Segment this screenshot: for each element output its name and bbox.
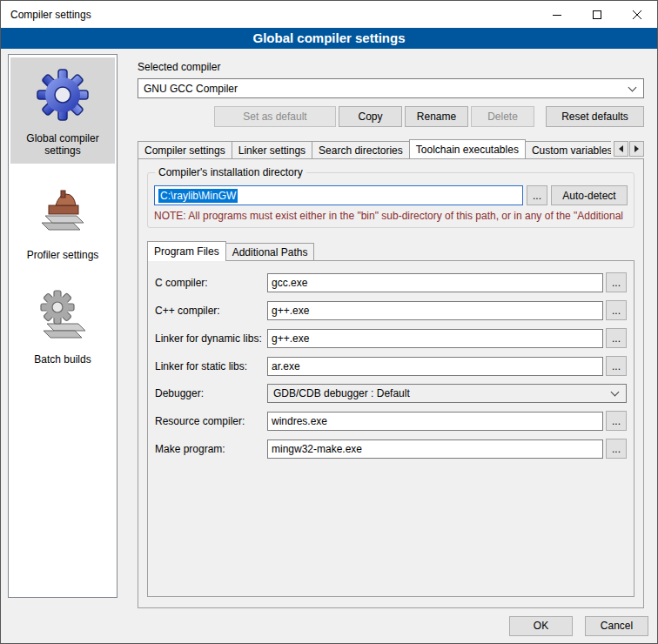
compiler-settings-window: Compiler settings Global compiler settin… <box>0 0 658 644</box>
cpp-compiler-value: g++.exe <box>272 305 309 317</box>
tab-compiler-settings[interactable]: Compiler settings <box>138 141 232 158</box>
close-button[interactable] <box>617 1 657 28</box>
installation-directory-row: C:\raylib\MinGW ... Auto-detect <box>154 185 628 205</box>
program-files-panel: C compiler: gcc.exe ... C++ compiler: g+… <box>147 260 634 597</box>
selected-compiler-label: Selected compiler <box>138 61 644 73</box>
copy-button[interactable]: Copy <box>339 106 402 127</box>
debugger-row: Debugger: GDB/CDB debugger : Default <box>155 384 627 403</box>
rename-button[interactable]: Rename <box>405 106 468 127</box>
maximize-button[interactable] <box>577 1 617 28</box>
toolchain-executables-panel: Compiler's installation directory C:\ray… <box>138 158 644 608</box>
resource-compiler-value: windres.exe <box>272 415 327 427</box>
blue-gear-icon <box>35 66 91 122</box>
program-subtabbar: Program Files Additional Paths <box>147 241 634 260</box>
dynamic-linker-browse-button[interactable]: ... <box>606 328 627 348</box>
make-program-input[interactable]: mingw32-make.exe <box>267 439 603 459</box>
static-linker-label: Linker for static libs: <box>155 360 267 372</box>
static-linker-input[interactable]: ar.exe <box>267 357 603 376</box>
subtab-additional-paths[interactable]: Additional Paths <box>225 243 315 260</box>
sidebar-item-label: Profiler settings <box>27 249 99 261</box>
cpp-compiler-browse-button[interactable]: ... <box>606 300 627 320</box>
make-program-label: Make program: <box>155 443 267 455</box>
tab-linker-settings[interactable]: Linker settings <box>232 141 312 158</box>
debugger-select[interactable]: GDB/CDB debugger : Default <box>267 384 627 403</box>
make-program-row: Make program: mingw32-make.exe ... <box>155 439 627 459</box>
make-program-browse-button[interactable]: ... <box>606 439 627 459</box>
static-linker-browse-button[interactable]: ... <box>606 356 627 376</box>
sidebar-item-profiler-settings[interactable]: Profiler settings <box>10 174 115 268</box>
resource-compiler-browse-button[interactable]: ... <box>606 411 627 431</box>
tab-toolchain-executables[interactable]: Toolchain executables <box>409 139 526 158</box>
main-panel: Selected compiler GNU GCC Compiler Set a… <box>127 54 650 608</box>
autodetect-button[interactable]: Auto-detect <box>551 185 628 205</box>
settings-tabbar: Compiler settings Linker settings Search… <box>138 138 644 158</box>
resource-compiler-row: Resource compiler: windres.exe ... <box>155 411 627 431</box>
selected-compiler-dropdown[interactable]: GNU GCC Compiler <box>138 78 644 98</box>
installation-directory-group: Compiler's installation directory C:\ray… <box>147 172 634 228</box>
tab-scroll-right-button[interactable] <box>629 141 644 157</box>
sidebar-item-global-compiler-settings[interactable]: Global compiler settings <box>10 57 115 164</box>
tabs-strip: Compiler settings Linker settings Search… <box>138 139 611 158</box>
note-text: NOTE: All programs must exist either in … <box>154 210 628 222</box>
resource-compiler-label: Resource compiler: <box>155 415 267 427</box>
dialog-body: Global compiler settings <box>1 49 657 608</box>
resource-compiler-input[interactable]: windres.exe <box>267 412 603 431</box>
make-program-value: mingw32-make.exe <box>272 443 362 455</box>
static-linker-row: Linker for static libs: ar.exe ... <box>155 356 627 376</box>
tab-custom-variables[interactable]: Custom variables <box>525 141 611 158</box>
dynamic-linker-input[interactable]: g++.exe <box>267 329 603 348</box>
chevron-down-icon <box>611 388 620 397</box>
tab-scroll-buttons <box>614 141 644 157</box>
c-compiler-row: C compiler: gcc.exe ... <box>155 272 627 292</box>
dialog-footer: OK Cancel <box>1 608 657 643</box>
tab-scroll-left-button[interactable] <box>614 141 628 157</box>
profiler-plane-icon <box>35 183 91 238</box>
debugger-value: GDB/CDB debugger : Default <box>273 387 607 399</box>
c-compiler-label: C compiler: <box>155 277 267 289</box>
install-dir-input[interactable]: C:\raylib\MinGW <box>154 185 523 205</box>
cpp-compiler-row: C++ compiler: g++.exe ... <box>155 300 627 320</box>
subtab-program-files[interactable]: Program Files <box>147 241 226 261</box>
sidebar-item-label: Batch builds <box>34 353 91 366</box>
cancel-button[interactable]: Cancel <box>585 616 648 636</box>
window-title: Compiler settings <box>1 9 91 21</box>
install-dir-browse-button[interactable]: ... <box>527 185 547 205</box>
ok-button[interactable]: OK <box>509 616 573 636</box>
install-dir-selected-text: C:\raylib\MinGW <box>158 189 238 203</box>
c-compiler-input[interactable]: gcc.exe <box>267 273 603 292</box>
set-as-default-button: Set as default <box>214 106 336 127</box>
delete-button: Delete <box>471 106 534 127</box>
dynamic-linker-value: g++.exe <box>272 332 309 345</box>
minimize-button[interactable] <box>537 1 577 28</box>
tab-search-directories[interactable]: Search directories <box>312 141 410 158</box>
settings-sidebar: Global compiler settings <box>8 54 118 598</box>
titlebar: Compiler settings <box>1 1 657 28</box>
compiler-buttons-row: Set as default Copy Rename Delete Reset … <box>138 106 644 127</box>
reset-defaults-button[interactable]: Reset defaults <box>546 106 644 127</box>
maximize-icon <box>593 10 601 19</box>
dialog-header: Global compiler settings <box>1 28 657 49</box>
cpp-compiler-label: C++ compiler: <box>155 305 267 317</box>
cpp-compiler-input[interactable]: g++.exe <box>267 301 603 320</box>
chevron-down-icon <box>628 83 637 91</box>
left-arrow-icon <box>619 145 623 152</box>
selected-compiler-value: GNU GCC Compiler <box>144 83 624 95</box>
c-compiler-value: gcc.exe <box>272 277 307 289</box>
close-icon <box>633 10 641 19</box>
dynamic-linker-row: Linker for dynamic libs: g++.exe ... <box>155 328 627 348</box>
minimize-icon <box>553 10 561 19</box>
right-arrow-icon <box>634 145 639 152</box>
window-controls <box>537 1 657 28</box>
sidebar-item-batch-builds[interactable]: Batch builds <box>10 278 115 372</box>
static-linker-value: ar.exe <box>272 360 300 372</box>
sidebar-item-label: Global compiler settings <box>12 132 113 157</box>
installation-directory-title: Compiler's installation directory <box>155 166 306 178</box>
c-compiler-browse-button[interactable]: ... <box>606 272 627 292</box>
debugger-label: Debugger: <box>155 387 267 399</box>
dynamic-linker-label: Linker for dynamic libs: <box>155 332 267 345</box>
gray-gear-blocks-icon <box>35 287 91 343</box>
